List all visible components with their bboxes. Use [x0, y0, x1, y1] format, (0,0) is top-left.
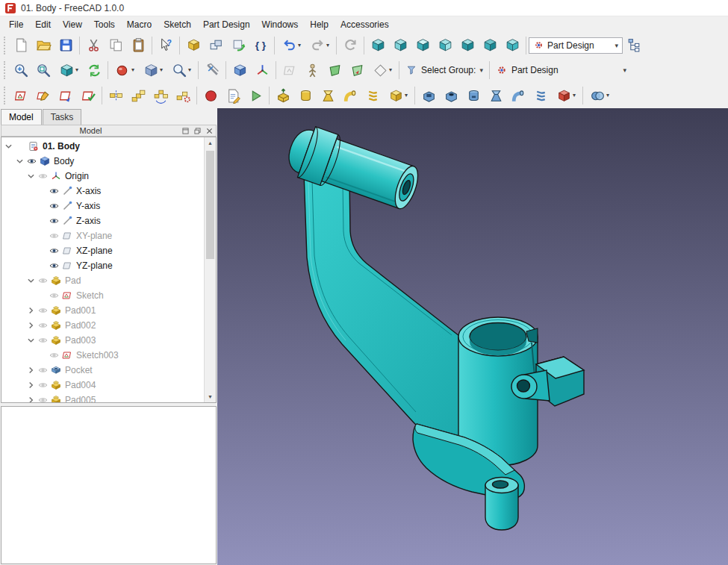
additive-helix-button[interactable] [361, 85, 384, 106]
eye-visible-icon[interactable] [49, 186, 60, 196]
left-view-button[interactable] [501, 35, 523, 56]
undo-button[interactable]: ▾ [277, 35, 305, 56]
revolution-button[interactable] [294, 85, 317, 106]
dock-float-button[interactable] [192, 126, 202, 135]
additive-primitive-button[interactable]: ▾ [384, 85, 412, 106]
boolean-button[interactable]: ▾ [585, 85, 614, 106]
edit-sketch-button[interactable] [32, 85, 55, 106]
subtractive-primitive-button[interactable]: ▾ [552, 85, 580, 106]
scrollbar-thumb[interactable] [206, 151, 214, 259]
eye-visible-icon[interactable] [49, 260, 60, 271]
variable-set-button[interactable]: { } [249, 35, 272, 56]
axonometric-view-button[interactable] [367, 35, 389, 56]
tree-item-y-axis[interactable]: Y-axis [1, 199, 206, 213]
tree-item-pad005[interactable]: Pad005 [1, 393, 206, 403]
scroll-up-button[interactable]: ▲ [205, 137, 216, 149]
tree-item-body[interactable]: Body [1, 154, 206, 169]
eye-hidden-icon[interactable] [37, 335, 49, 346]
eye-hidden-icon[interactable] [49, 231, 60, 241]
whats-this-button[interactable]: ? [155, 35, 177, 56]
subtractive-pipe-button[interactable] [507, 85, 529, 106]
chevron-down-icon[interactable] [15, 157, 25, 166]
eye-visible-icon[interactable] [49, 201, 60, 211]
right-view-button[interactable] [434, 35, 456, 56]
tree-item-pad[interactable]: Pad [1, 273, 206, 288]
linear-pattern-button[interactable] [127, 85, 149, 106]
eye-hidden-icon[interactable] [37, 320, 49, 331]
menu-item-tools[interactable]: Tools [88, 17, 121, 32]
chevron-right-icon[interactable] [26, 366, 36, 375]
fit-selection-button[interactable] [32, 60, 55, 81]
mannequin-button[interactable] [301, 60, 323, 81]
copy-button[interactable] [105, 35, 127, 56]
eye-hidden-icon[interactable] [37, 171, 49, 181]
tree-item-sketch003[interactable]: Sketch003 [1, 348, 206, 363]
chevron-down-icon[interactable] [26, 336, 36, 345]
bottom-view-button[interactable] [479, 35, 501, 56]
toolbar-grip[interactable] [4, 61, 7, 79]
polar-pattern-button[interactable] [149, 85, 172, 106]
sync-view-button[interactable] [83, 60, 105, 81]
shapebinder-button[interactable] [323, 60, 346, 81]
front-view-button[interactable] [389, 35, 411, 56]
chevron-down-icon[interactable] [4, 142, 13, 151]
tree-item-pocket[interactable]: Pocket [1, 363, 206, 378]
tree-item-pad002[interactable]: Pad002 [1, 318, 206, 333]
tree-item-pad004[interactable]: Pad004 [1, 378, 206, 393]
tree-item-xy-plane[interactable]: XY-plane [1, 228, 206, 243]
cut-button[interactable] [82, 35, 105, 56]
dock-collapse-button[interactable] [180, 126, 190, 135]
chevron-right-icon[interactable] [26, 396, 36, 403]
multitransform-button[interactable] [172, 85, 194, 106]
eye-hidden-icon[interactable] [49, 290, 60, 301]
3d-viewport[interactable] [217, 108, 728, 565]
tab-tasks[interactable]: Tasks [43, 109, 82, 125]
groove-button[interactable] [462, 85, 485, 106]
dock-close-button[interactable] [204, 126, 214, 135]
menu-item-macro[interactable]: Macro [121, 17, 158, 32]
eye-hidden-icon[interactable] [49, 350, 60, 360]
eye-hidden-icon[interactable] [37, 275, 49, 286]
menu-item-part-design[interactable]: Part Design [197, 17, 256, 32]
map-sketch-button[interactable] [279, 60, 301, 81]
measure-button[interactable] [201, 60, 223, 81]
nav-workbench-dropdown[interactable]: Part Design ▾ [492, 61, 630, 79]
subtractive-loft-button[interactable] [485, 85, 507, 106]
sub-shapebinder-button[interactable] [346, 60, 368, 81]
top-view-button[interactable] [411, 35, 434, 56]
eye-hidden-icon[interactable] [37, 305, 49, 316]
additive-loft-button[interactable] [317, 85, 339, 106]
menu-item-file[interactable]: File [3, 17, 29, 32]
chevron-right-icon[interactable] [26, 306, 36, 315]
draw-style-button[interactable]: ▾ [111, 60, 139, 81]
tree-item-xz-plane[interactable]: XZ-plane [1, 243, 206, 258]
hole-button[interactable] [440, 85, 462, 106]
tree-panel-button[interactable] [623, 35, 645, 56]
chevron-right-icon[interactable] [26, 321, 36, 330]
additive-pipe-button[interactable] [339, 85, 361, 106]
make-link-button[interactable] [227, 35, 249, 56]
eye-hidden-icon[interactable] [37, 395, 49, 403]
eye-hidden-icon[interactable] [37, 365, 49, 375]
tree-item-origin[interactable]: Origin [1, 169, 206, 184]
toolbar-grip[interactable] [4, 37, 7, 54]
macro-play-button[interactable] [244, 85, 267, 106]
tree-item-sketch[interactable]: Sketch [1, 288, 206, 303]
menu-item-help[interactable]: Help [304, 17, 335, 32]
toolbar-grip[interactable] [4, 87, 7, 104]
menu-item-accessories[interactable]: Accessories [335, 17, 395, 32]
menu-item-sketch[interactable]: Sketch [158, 17, 197, 32]
tree-item-yz-plane[interactable]: YZ-plane [1, 258, 206, 273]
scroll-down-button[interactable]: ▼ [205, 391, 216, 402]
create-body-button[interactable] [228, 60, 251, 81]
chevron-down-icon[interactable] [26, 276, 36, 285]
workbench-selector[interactable]: Part Design ▾ [529, 37, 623, 54]
redo-button[interactable]: ▾ [305, 35, 334, 56]
subtractive-helix-button[interactable] [529, 85, 552, 106]
rear-view-button[interactable] [456, 35, 479, 56]
tree-item-pad001[interactable]: Pad001 [1, 303, 206, 318]
eye-visible-icon[interactable] [49, 216, 60, 226]
eye-hidden-icon[interactable] [37, 380, 49, 390]
macro-edit-button[interactable] [222, 85, 244, 106]
attach-sketch-button[interactable] [55, 85, 77, 106]
